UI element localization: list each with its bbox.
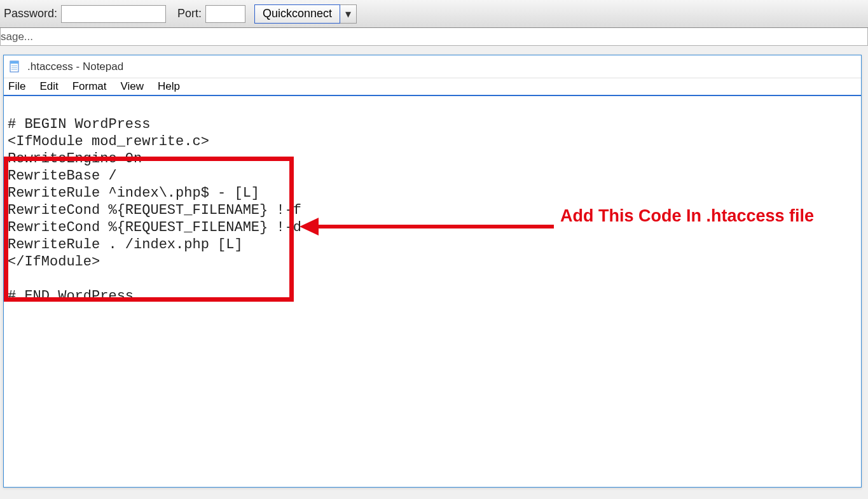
quickconnect-dropdown[interactable]: ▾ [340, 4, 357, 24]
code-line: # BEGIN WordPress [8, 116, 150, 132]
notepad-window: .htaccess - Notepad File Edit Format Vie… [3, 55, 862, 488]
code-line: RewriteEngine On [8, 151, 142, 167]
password-label: Password: [4, 7, 57, 20]
notepad-titlebar[interactable]: .htaccess - Notepad [4, 55, 861, 78]
svg-rect-1 [10, 61, 18, 64]
svg-marker-6 [300, 218, 319, 235]
password-input[interactable] [61, 5, 166, 23]
port-input[interactable] [205, 5, 245, 23]
port-label: Port: [177, 7, 202, 20]
arrow-icon [300, 214, 554, 239]
notepad-menubar: File Edit Format View Help [4, 78, 861, 96]
code-line: RewriteBase / [8, 168, 117, 184]
status-bar: sage... [0, 28, 868, 46]
code-line: <IfModule mod_rewrite.c> [8, 134, 209, 150]
code-line: RewriteCond %{REQUEST_FILENAME} !-d [8, 220, 301, 235]
code-line: </IfModule> [8, 254, 100, 270]
code-line: # END WordPress [8, 288, 134, 304]
code-line: RewriteRule . /index.php [L] [8, 237, 243, 253]
menu-help[interactable]: Help [158, 80, 180, 93]
menu-edit[interactable]: Edit [39, 80, 58, 93]
ftp-toolbar: Password: Port: Quickconnect ▾ [0, 0, 868, 28]
annotation-text: Add This Code In .htaccess file [560, 207, 814, 225]
notepad-icon [9, 60, 22, 73]
menu-file[interactable]: File [8, 80, 25, 93]
notepad-text-area[interactable]: # BEGIN WordPress <IfModule mod_rewrite.… [4, 96, 861, 487]
status-text: sage... [1, 31, 33, 43]
menu-view[interactable]: View [121, 80, 144, 93]
quickconnect-button[interactable]: Quickconnect [254, 4, 340, 24]
chevron-down-icon: ▾ [345, 7, 351, 21]
menu-format[interactable]: Format [72, 80, 107, 93]
code-line: RewriteCond %{REQUEST_FILENAME} !-f [8, 202, 301, 218]
code-line: RewriteRule ^index\.php$ - [L] [8, 185, 259, 201]
notepad-title: .htaccess - Notepad [27, 60, 123, 73]
